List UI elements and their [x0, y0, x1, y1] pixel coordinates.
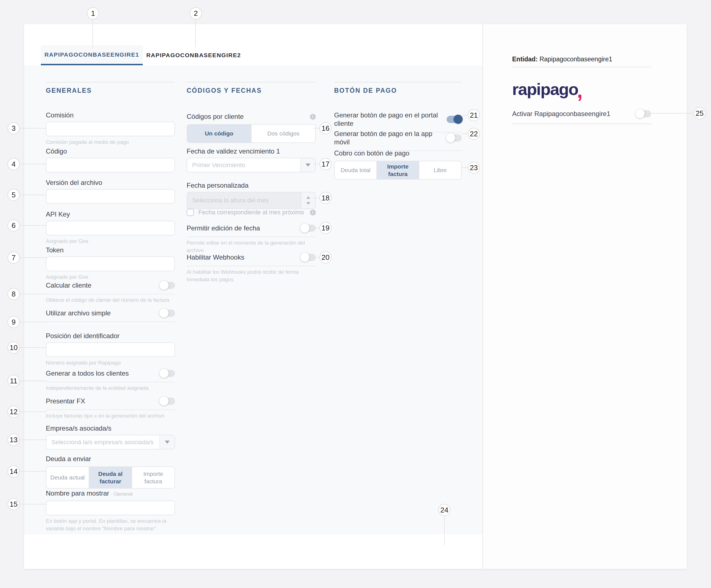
nombre-mostrar-helper: En botón app y portal. En plantillas, se…	[46, 518, 175, 532]
divider	[512, 67, 651, 67]
codigos-cliente-option-un-codigo[interactable]: Un código	[187, 125, 252, 143]
empresas-asociadas-select[interactable]: Seleccioná la/s empresa/s asociada/s	[46, 435, 175, 450]
chevron-down-icon[interactable]	[300, 158, 315, 172]
generar-todos-label: Generar a todos los clientes	[46, 369, 129, 377]
field-activar-entidad: Activar Rapipagoconbaseengire1	[512, 110, 651, 118]
info-icon[interactable]: i	[310, 114, 316, 119]
callout-7: 7	[7, 252, 20, 264]
entidad-title: Entidad: Rapipagoconbaseengire1	[512, 56, 651, 63]
token-input[interactable]	[46, 257, 175, 271]
fecha-personalizada-input[interactable]: Selecciona la altura del mes	[187, 192, 316, 209]
field-generar-todos: Generar a todos los clientes Independien…	[46, 369, 175, 392]
codigos-cliente-option-dos-codigos[interactable]: Dos códigos	[252, 125, 316, 143]
mes-proximo-checkbox[interactable]	[187, 209, 194, 216]
deuda-enviar-option-importe-factura[interactable]: Importe factura	[132, 467, 174, 488]
field-comision: Comisión Comisión pagada al medio de pag…	[46, 111, 175, 146]
tab-rapipagoconbaseengire1[interactable]: RAPIPAGOCONBASEENGIRE1	[41, 45, 143, 65]
app-movil-label: Generar botón de pago en la app móvil	[334, 130, 447, 146]
callout-line	[313, 164, 320, 165]
codigos-cliente-label: Códigos por cliente	[187, 112, 243, 121]
callout-line	[20, 411, 47, 412]
field-portal-cliente: Generar botón de pago en el portal clien…	[334, 111, 461, 132]
callout-line	[20, 347, 47, 348]
deuda-enviar-segmented: Deuda actual Deuda al facturar Importe f…	[46, 466, 175, 488]
stepper-up-icon	[306, 196, 310, 199]
codigo-label: Código	[46, 147, 175, 155]
version-archivo-input[interactable]	[46, 189, 175, 204]
callout-line	[20, 294, 47, 294]
callout-line	[20, 439, 47, 440]
tab-rapipagoconbaseengire2[interactable]: RAPIPAGOCONBASEENGIRE2	[143, 45, 244, 65]
field-codigos-cliente: Códigos por cliente i Un código Dos códi…	[187, 112, 316, 143]
permitir-edicion-label: Permitir edición de fecha	[187, 224, 260, 232]
portal-cliente-label: Generar botón de pago en el portal clien…	[334, 111, 447, 128]
field-empresas-asociadas: Empresa/s asociada/s Seleccioná la/s emp…	[46, 424, 175, 450]
callout-1: 1	[87, 7, 99, 19]
field-archivo-simple: Utilizar archivo simple	[46, 309, 175, 322]
field-nombre-mostrar: Nombre para mostrar - Opcional En botón …	[46, 489, 175, 532]
version-archivo-label: Versión del archivo	[46, 178, 175, 187]
callout-19: 19	[319, 222, 331, 234]
rapipago-logo-comma: ,	[577, 79, 582, 102]
activar-entidad-toggle[interactable]	[636, 110, 651, 117]
field-presentar-fx: Presentar FX Incluye facturas tipo x en …	[46, 397, 175, 420]
nombre-mostrar-label: Nombre para mostrar - Opcional	[46, 489, 175, 498]
codigo-input[interactable]	[46, 158, 175, 172]
callout-11: 11	[7, 375, 20, 387]
callout-9: 9	[7, 316, 20, 328]
field-api-key: API Key Asignado por Gire	[46, 210, 175, 245]
callout-4: 4	[7, 158, 20, 170]
posicion-identificador-label: Posición del identificador	[46, 332, 175, 340]
entidad-panel: Entidad: Rapipagoconbaseengire1 rapipago…	[482, 24, 687, 569]
callout-8: 8	[7, 288, 20, 300]
calcular-cliente-toggle[interactable]	[160, 282, 175, 289]
field-mes-proximo: Fecha correspondiente al mes próximo i	[187, 209, 316, 216]
permitir-edicion-toggle[interactable]	[301, 224, 316, 232]
comision-input[interactable]	[46, 122, 175, 136]
cobro-boton-label: Cobro con botón de pago	[334, 149, 461, 157]
section-title-codigos-fechas: CÓDIGOS Y FECHAS	[187, 82, 316, 94]
activar-entidad-label: Activar Rapipagoconbaseengire1	[512, 110, 610, 118]
callout-13: 13	[7, 434, 20, 446]
info-icon[interactable]: i	[310, 210, 316, 215]
callout-line	[20, 225, 47, 226]
cobro-option-libre[interactable]: Libre	[419, 161, 461, 179]
comision-label: Comisión	[46, 111, 175, 119]
callout-25: 25	[693, 107, 706, 119]
api-key-input[interactable]	[46, 221, 175, 235]
callout-line	[650, 113, 694, 113]
fecha-validez-placeholder: Primer Vencimiento	[192, 161, 245, 169]
generar-todos-toggle[interactable]	[160, 370, 175, 377]
deuda-enviar-label: Deuda a enviar	[46, 455, 175, 463]
callout-24: 24	[438, 504, 451, 516]
callout-22: 22	[468, 128, 480, 140]
posicion-identificador-input[interactable]	[46, 342, 175, 357]
app-movil-toggle[interactable]	[447, 134, 461, 141]
callout-line	[20, 471, 47, 472]
callout-16: 16	[319, 122, 331, 134]
fecha-validez-select[interactable]: Primer Vencimiento	[187, 158, 316, 172]
number-stepper[interactable]	[301, 192, 315, 209]
mes-proximo-label: Fecha correspondiente al mes próximo	[198, 209, 305, 216]
archivo-simple-label: Utilizar archivo simple	[46, 309, 110, 317]
portal-cliente-toggle[interactable]	[447, 116, 461, 123]
presentar-fx-toggle[interactable]	[160, 397, 175, 405]
callout-6: 6	[7, 219, 20, 232]
callout-21: 21	[468, 109, 480, 121]
empresas-asociadas-label: Empresa/s asociada/s	[46, 424, 175, 433]
api-key-label: API Key	[46, 210, 175, 218]
archivo-simple-toggle[interactable]	[160, 309, 175, 317]
field-fecha-validez: Fecha de validez vencimiento 1 Primer Ve…	[187, 147, 316, 172]
form-area: GENERALES Comisión Comisión pagada al me…	[24, 65, 482, 535]
rapipago-logo: rapipago,	[512, 81, 583, 98]
nombre-mostrar-input[interactable]	[46, 501, 175, 515]
chevron-down-icon[interactable]	[159, 435, 174, 449]
callout-line	[461, 115, 468, 115]
deuda-enviar-option-deuda-actual[interactable]: Deuda actual	[46, 467, 89, 488]
callout-line	[20, 257, 47, 258]
deuda-enviar-option-deuda-al-facturar[interactable]: Deuda al facturar	[89, 467, 132, 488]
comision-helper: Comisión pagada al medio de pago	[46, 138, 175, 146]
empresas-asociadas-placeholder: Seleccioná la/s empresa/s asociada/s	[51, 439, 154, 446]
cobro-option-importe-factura[interactable]: Importe factura	[377, 161, 419, 179]
cobro-option-deuda-total[interactable]: Deuda total	[335, 161, 377, 179]
